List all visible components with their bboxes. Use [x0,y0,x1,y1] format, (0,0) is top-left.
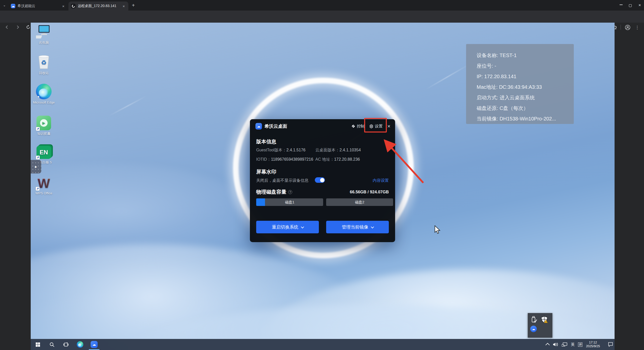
section-disk-heading: 物理磁盘容量? [256,189,292,195]
ime-language-indicator[interactable]: 英 [571,342,575,347]
watermark-description: 关闭后，桌面不显示设备信息 [256,178,309,183]
disk1-bar[interactable]: 磁盘1 [256,198,323,206]
whiteboard-en-badge: EN [40,149,48,156]
taskbar-clock[interactable]: 17:12 2025/9/25 [586,341,600,348]
info-row: 当前镜像: DH1538-Win10Pro-202... [477,113,574,124]
info-row: 启动方式: 进入云桌面系统 [477,92,574,103]
tray-overflow-flyout: ! ☁ [528,313,552,338]
annotation-highlight-box [364,118,387,133]
tab-close-icon[interactable]: × [61,4,65,8]
chevron-down-icon [371,225,374,228]
recycle-bin-icon: ♻ [37,55,51,70]
version-row: 云桌面版本：2.4.1.10354 [315,148,361,153]
usb-device-icon[interactable] [531,316,537,323]
seewo-cloud-dialog: ☁ 希沃云桌面 控制 设置 ✕ 版本信息 GuestTool版本：2.4.1.5… [250,119,395,242]
info-row: 座位号: - [477,61,574,71]
light-streak [108,96,147,116]
svg-text:!: ! [546,321,546,323]
seewo-cloud-favicon: ☁ [11,4,15,8]
tab-close-icon[interactable]: × [122,4,126,8]
tab-search-icon[interactable]: ⌄ [3,3,6,7]
browser-tab-2-active[interactable]: 远程桌面_172.20.83.141 × [68,2,128,11]
desktop-icon-edge[interactable]: ↗ Microsoft Edge [31,84,59,104]
restart-switch-system-button[interactable]: 重启切换系统 [256,221,319,233]
remote-desktop-viewport: 此电脑 ♻ 回收站 ↗ Microsoft Edge ▶ ↗ 知识胶囊 EN ↗… [31,23,615,350]
mouse-cursor [434,225,441,234]
desktop-icon-label: WPS Office [31,191,59,195]
desktop-icon-knowledge-capsule[interactable]: ▶ ↗ 知识胶囊 [31,116,59,136]
dialog-title: 希沃云桌面 [264,123,287,129]
browser-toolbar: gch.test.seewo.com/desktop?ip=172.20.83.… [0,11,644,23]
disk-usage-value: 66.56GB / 924.07GB [350,190,389,194]
side-panel-handle[interactable]: ▶ [31,160,41,173]
browser-titlebar: ⌄ ☁ 希沃超能云 × 远程桌面_172.20.83.141 × + × [0,0,644,11]
dialog-close-icon[interactable]: ✕ [387,124,391,129]
disk2-bar[interactable]: 磁盘2 [326,198,393,206]
info-row: 磁盘还原: C盘（每次） [477,103,574,113]
info-row: 设备名称: TEST-1 [477,50,574,61]
chevron-down-icon [301,225,304,228]
version-row: IOTID：1189676594389897216 [256,157,313,162]
desktop-icon-label: 此电脑 [31,40,59,45]
profile-avatar-icon[interactable] [624,24,631,31]
desktop-icon-label: 回收站 [31,71,59,75]
light-streak [425,64,469,90]
window-maximize-button[interactable] [626,4,634,8]
control-button[interactable]: 控制 [351,124,365,129]
manage-current-image-button[interactable]: 管理当前镜像 [326,221,389,233]
knowledge-capsule-icon: ▶ ↗ [36,116,51,130]
seewo-cloud-app-icon: ☁ [255,123,262,129]
start-button[interactable] [31,339,45,350]
version-row: AC 地址：172.20.88.236 [315,157,360,162]
browser-menu-kebab-icon[interactable]: ⋮ [634,24,640,31]
taskbar: ☁ 英 拼 17:12 2025/9/25 [31,339,615,350]
seewo-cloud-taskbar-icon[interactable]: ☁ [87,339,101,350]
task-view-icon[interactable] [59,339,73,350]
edge-icon: ↗ [36,84,52,99]
desktop-icon-recycle-bin[interactable]: ♻ 回收站 [31,55,59,75]
shortcut-arrow-icon: ↗ [36,127,40,131]
edge-taskbar-icon[interactable] [73,339,87,350]
section-version-heading: 版本信息 [256,138,276,145]
browser-tab-1[interactable]: ☁ 希沃超能云 × [8,2,68,11]
defender-shield-icon[interactable]: ! [541,316,548,323]
info-row: Mac地址: DC:36:43:94:A3:33 [477,82,574,92]
search-icon[interactable] [45,339,59,350]
toolbar-divider [621,25,621,30]
window-minimize-button[interactable] [617,2,625,7]
shortcut-arrow-icon: ↗ [36,187,40,191]
remote-desktop-favicon [71,4,75,8]
version-row: GuestTool版本：2.4.1.5176 [256,148,306,153]
network-icon[interactable] [562,342,567,346]
action-center-icon[interactable] [608,342,613,347]
desktop-icon-wps[interactable]: W ↗ WPS Office [31,177,59,195]
seewo-tray-icon[interactable]: ☁ [530,326,537,332]
desktop-icon-label: Microsoft Edge [32,101,55,104]
back-icon[interactable] [4,24,11,31]
info-row: IP: 172.20.83.141 [477,71,574,82]
help-icon[interactable]: ? [288,190,292,194]
screen: ⌄ ☁ 希沃超能云 × 远程桌面_172.20.83.141 × + × [0,0,644,350]
content-settings-link[interactable]: 内容设置 [373,178,389,183]
volume-icon[interactable] [553,342,558,346]
desktop-icon-this-pc[interactable]: 此电脑 [31,25,59,45]
desktop-icon-label: 知识胶囊 [31,132,59,136]
shortcut-arrow-icon: ↗ [36,156,40,159]
device-info-panel: 设备名称: TEST-1 座位号: - IP: 172.20.83.141 Ma… [466,44,574,124]
section-watermark-heading: 屏幕水印 [256,168,276,175]
forward-icon[interactable] [14,24,21,31]
new-tab-button[interactable]: + [132,3,135,8]
watermark-toggle[interactable] [315,177,325,183]
window-close-button[interactable]: × [636,3,643,8]
seewo-whiteboard-icon: EN ↗ [36,146,51,159]
clock-time: 17:12 [586,341,600,344]
wps-icon: W ↗ [36,177,51,190]
this-pc-icon [36,25,52,39]
tab-title: 希沃超能云 [18,4,59,8]
tab-title: 远程桌面_172.20.83.141 [78,4,119,8]
clock-date: 2025/9/25 [586,344,600,348]
tray-expand-chevron-icon[interactable] [546,343,550,347]
shortcut-arrow-icon: ↗ [36,96,39,99]
ime-mode-indicator[interactable]: 拼 [578,342,582,347]
control-diamond-icon [351,124,355,128]
